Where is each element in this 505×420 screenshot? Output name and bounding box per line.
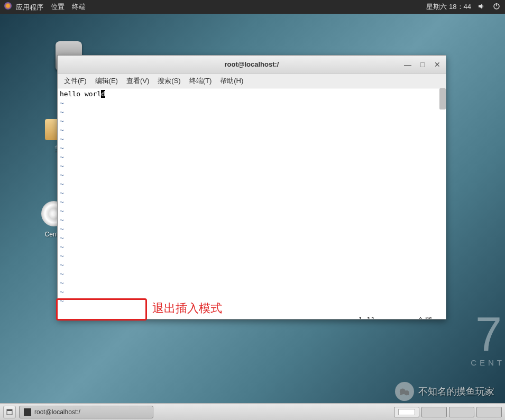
centos-watermark: 7 CENT	[471, 311, 505, 367]
menu-file[interactable]: 文件(F)	[62, 75, 89, 87]
vim-tilde: ~	[60, 152, 444, 161]
cursor-position: 1,11	[359, 316, 375, 319]
vim-tilde: ~	[60, 134, 444, 143]
workspace-4[interactable]	[476, 407, 502, 417]
minimize-button[interactable]: —	[403, 60, 412, 69]
workspace-3[interactable]	[449, 407, 474, 417]
menu-terminal[interactable]: 终端(T)	[187, 75, 214, 87]
taskbar-window-label: root@localhost:/	[34, 408, 80, 416]
workspace-2[interactable]	[421, 407, 447, 417]
vim-tilde: ~	[60, 143, 444, 152]
terminal-line-1: hello world	[60, 89, 444, 98]
vim-tilde: ~	[60, 206, 444, 215]
wechat-icon	[395, 382, 414, 401]
vim-tilde: ~	[60, 188, 444, 197]
menu-help[interactable]: 帮助(H)	[218, 75, 245, 87]
titlebar[interactable]: root@localhost:/ — □ ✕	[58, 56, 446, 74]
terminal-body[interactable]: hello world ~ ~ ~ ~ ~ ~ ~ ~ ~ ~ ~ ~ ~ ~ …	[58, 88, 446, 319]
taskbar-window-terminal[interactable]: root@localhost:/	[19, 406, 153, 418]
applications-label: 应用程序	[16, 3, 43, 11]
vim-tilde: ~	[60, 224, 444, 233]
vim-tilde: ~	[60, 179, 444, 188]
datetime-label[interactable]: 星期六 18：44	[426, 2, 471, 12]
vim-tilde: ~	[60, 233, 444, 242]
vim-tilde: ~	[60, 242, 444, 251]
show-desktop-button[interactable]	[3, 406, 16, 418]
vim-tilde: ~	[60, 260, 444, 269]
watermark-text: 不知名的摸鱼玩家	[418, 385, 494, 398]
top-panel: 应用程序 位置 终端 星期六 18：44	[0, 0, 505, 14]
vim-tilde: ~	[60, 161, 444, 170]
centos-watermark-text: CENT	[471, 358, 505, 367]
terminal-icon	[24, 408, 31, 416]
vim-tilde: ~	[60, 170, 444, 179]
annotation-box	[56, 298, 147, 321]
terminal-window: root@localhost:/ — □ ✕ 文件(F) 编辑(E) 查看(V)…	[57, 55, 446, 319]
menu-edit[interactable]: 编辑(E)	[93, 75, 120, 87]
workspace-switcher	[394, 407, 502, 417]
vim-tilde: ~	[60, 278, 444, 287]
file-scope: 全部	[417, 316, 433, 319]
svg-rect-3	[7, 409, 12, 411]
maximize-button[interactable]: □	[418, 60, 427, 69]
vim-tilde: ~	[60, 116, 444, 125]
scrollbar[interactable]	[439, 88, 446, 109]
vim-tilde: ~	[60, 215, 444, 224]
author-watermark: 不知名的摸鱼玩家	[395, 382, 494, 401]
vim-tilde: ~	[60, 197, 444, 206]
centos-logo-icon	[4, 2, 12, 10]
bottom-panel: root@localhost:/	[0, 403, 505, 420]
menu-search[interactable]: 搜索(S)	[155, 75, 182, 87]
power-icon[interactable]	[492, 2, 501, 12]
annotation-label: 退出插入模式	[152, 300, 222, 316]
centos-version-num: 7	[471, 311, 505, 358]
volume-icon[interactable]	[478, 2, 486, 12]
vim-tilde: ~	[60, 251, 444, 260]
terminal-menu[interactable]: 终端	[72, 2, 86, 12]
applications-menu[interactable]: 应用程序	[4, 2, 43, 12]
vim-tilde: ~	[60, 269, 444, 278]
menubar: 文件(F) 编辑(E) 查看(V) 搜索(S) 终端(T) 帮助(H)	[58, 74, 446, 88]
close-button[interactable]: ✕	[433, 60, 442, 69]
places-menu[interactable]: 位置	[51, 2, 65, 12]
cursor: d	[101, 90, 105, 98]
vim-tilde: ~	[60, 287, 444, 296]
menu-view[interactable]: 查看(V)	[124, 75, 151, 87]
window-title: root@localhost:/	[225, 60, 279, 68]
vim-tilde: ~	[60, 98, 444, 107]
vim-tilde: ~	[60, 107, 444, 116]
workspace-1[interactable]	[394, 407, 419, 417]
vim-tilde: ~	[60, 125, 444, 134]
